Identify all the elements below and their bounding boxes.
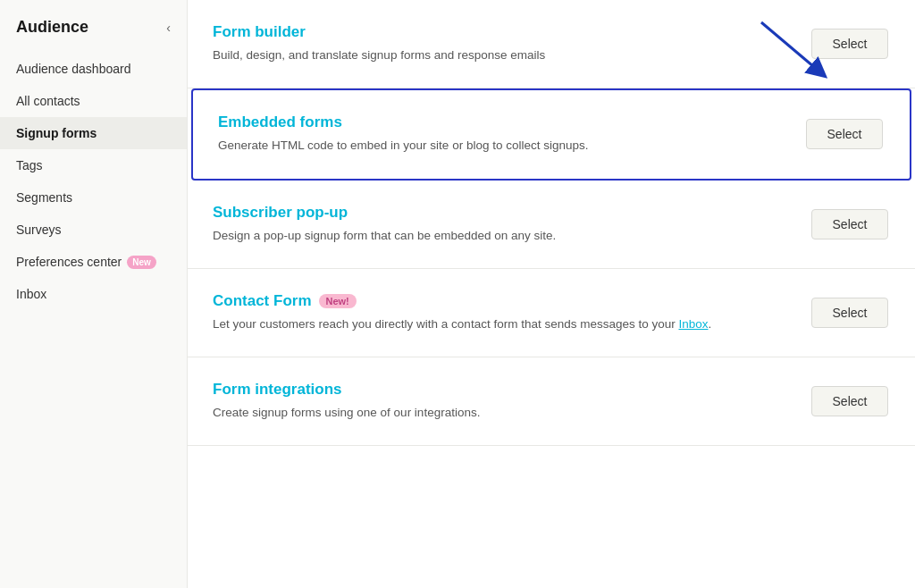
subscriber-popup-select-button[interactable]: Select xyxy=(811,209,888,239)
embedded-forms-select-button[interactable]: Select xyxy=(806,119,883,149)
sidebar-item-label: Signup forms xyxy=(16,126,97,140)
form-integrations-desc: Create signup forms using one of our int… xyxy=(213,404,785,422)
sidebar-item-audience-dashboard[interactable]: Audience dashboard xyxy=(0,53,187,85)
form-row-form-builder: Form builder Build, design, and translat… xyxy=(188,0,915,88)
form-builder-content: Form builder Build, design, and translat… xyxy=(213,23,811,64)
sidebar-item-label: Inbox xyxy=(16,287,46,301)
contact-form-title: Contact Form New! xyxy=(213,292,785,310)
sidebar-item-signup-forms[interactable]: Signup forms xyxy=(0,117,187,149)
sidebar-item-preferences-center[interactable]: Preferences center New xyxy=(0,246,187,278)
sidebar-item-label: Audience dashboard xyxy=(16,62,130,76)
contact-form-content: Contact Form New! Let your customers rea… xyxy=(213,292,811,333)
embedded-forms-content: Embedded forms Generate HTML code to emb… xyxy=(218,113,806,155)
sidebar-item-label: Segments xyxy=(16,190,72,205)
sidebar-item-surveys[interactable]: Surveys xyxy=(0,214,187,246)
sidebar-nav: Audience dashboard All contacts Signup f… xyxy=(0,53,187,310)
sidebar-item-inbox[interactable]: Inbox xyxy=(0,278,187,310)
inbox-link[interactable]: Inbox xyxy=(678,317,708,331)
sidebar-header: Audience ‹ xyxy=(0,18,187,53)
sidebar-item-label: Preferences center xyxy=(16,255,122,269)
form-row-subscriber-popup: Subscriber pop-up Design a pop-up signup… xyxy=(188,181,915,269)
sidebar-item-all-contacts[interactable]: All contacts xyxy=(0,85,187,117)
preferences-center-badge: New xyxy=(127,256,156,269)
form-builder-desc: Build, design, and translate signup form… xyxy=(213,46,785,64)
contact-form-select-button[interactable]: Select xyxy=(811,298,888,328)
subscriber-popup-desc: Design a pop-up signup form that can be … xyxy=(213,227,785,245)
form-integrations-select-button[interactable]: Select xyxy=(811,386,888,416)
sidebar-item-tags[interactable]: Tags xyxy=(0,149,187,181)
sidebar-collapse-icon[interactable]: ‹ xyxy=(166,21,171,35)
contact-form-badge: New! xyxy=(319,294,357,308)
sidebar-item-label: All contacts xyxy=(16,94,80,108)
form-row-form-integrations: Form integrations Create signup forms us… xyxy=(188,357,915,446)
main-content: Form builder Build, design, and translat… xyxy=(188,0,915,588)
form-row-contact-form: Contact Form New! Let your customers rea… xyxy=(188,269,915,357)
sidebar-item-label: Surveys xyxy=(16,223,62,237)
form-integrations-title: Form integrations xyxy=(213,381,785,399)
contact-form-desc: Let your customers reach you directly wi… xyxy=(213,315,785,333)
embedded-forms-title: Embedded forms xyxy=(218,113,779,131)
subscriber-popup-content: Subscriber pop-up Design a pop-up signup… xyxy=(213,204,811,245)
form-row-embedded-forms: Embedded forms Generate HTML code to emb… xyxy=(191,88,911,180)
form-builder-title: Form builder xyxy=(213,23,785,41)
sidebar-item-segments[interactable]: Segments xyxy=(0,181,187,214)
embedded-forms-desc: Generate HTML code to embed in your site… xyxy=(218,137,779,155)
sidebar: Audience ‹ Audience dashboard All contac… xyxy=(0,0,188,588)
subscriber-popup-title: Subscriber pop-up xyxy=(213,204,785,222)
sidebar-item-label: Tags xyxy=(16,158,43,172)
sidebar-title: Audience xyxy=(16,18,88,37)
form-integrations-content: Form integrations Create signup forms us… xyxy=(213,381,811,422)
form-builder-select-button[interactable]: Select xyxy=(811,29,888,59)
